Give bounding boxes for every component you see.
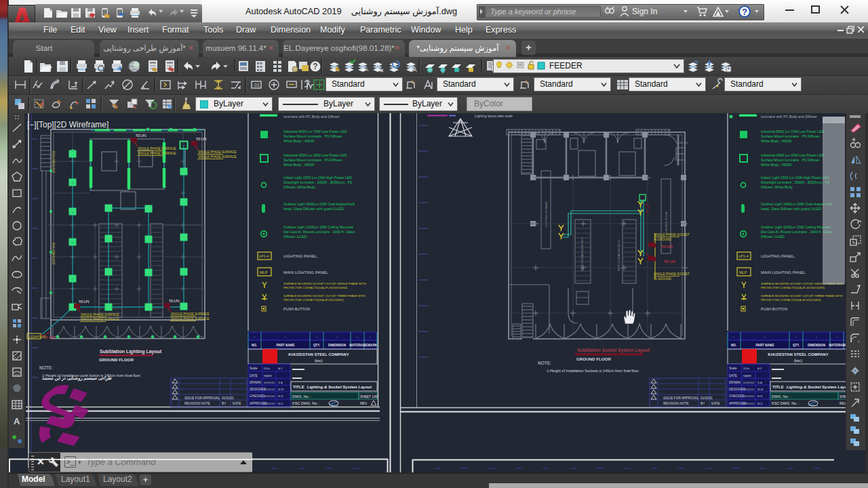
svg-text:A 3: A 3 [757, 367, 762, 370]
svg-text:KSC DWG. No. :: KSC DWG. No. : [772, 401, 800, 405]
svg-text:DISTRIBUTION: DISTRIBUTION [52, 243, 56, 264]
svg-text:Surface Mount luminaire . PS: Surface Mount luminaire . PS Diffuser . [761, 134, 822, 138]
svg-text:NOTE:: NOTE: [39, 365, 53, 370]
svg-text:DWG. No. :: DWG. No. : [292, 394, 312, 399]
svg-text:PART NAME: PART NAME [277, 344, 295, 347]
svg-text:Downlight luminaire ,.3000K ,: Downlight luminaire ,.3000K , Ø150mm , P… [761, 180, 830, 184]
svg-text:SINGLE PHASE SURFACE: SINGLE PHASE SURFACE [171, 312, 210, 316]
svg-text:White Body ; 4000K: White Body ; 4000K [761, 139, 792, 143]
svg-text:Indoor Light 1500 Lm 13W High: Indoor Light 1500 Lm 13W High Power LED [761, 176, 829, 180]
svg-text:A: A [14, 416, 20, 426]
svg-text:head, Glass Diffuser with guar: head, Glass Diffuser with guard 1xLED [283, 207, 344, 211]
svg-text:DATE: DATE [729, 374, 737, 378]
svg-text:LIGHTING PANEL,: LIGHTING PANEL, [761, 254, 795, 258]
svg-text:Die-Cast Al. Round Luminaire .: Die-Cast Al. Round Luminaire ..3000 K. G… [283, 230, 355, 234]
svg-text:R.N: R.N [757, 394, 762, 398]
svg-text:(ksc): (ksc) [794, 359, 802, 363]
svg-text:200x: 200x [264, 367, 271, 370]
svg-text:Industrial 4000 Lm 35W Low Pow: Industrial 4000 Lm 35W Low Power LED [283, 153, 347, 157]
svg-text:-: - [370, 335, 371, 339]
svg-text:01/01/01: 01/01/01 [264, 402, 275, 405]
svg-text:NO.: NO. [731, 344, 736, 347]
svg-text:LP1-4: LP1-4 [738, 254, 749, 258]
svg-text:-: - [816, 335, 817, 339]
svg-text:-: - [795, 335, 797, 339]
svg-text:REVISION NOTE: REVISION NOTE [663, 402, 689, 405]
svg-text:PROTECTIVE CONTACTS(25A,4P,415: PROTECTIVE CONTACTS(25A,4P,415V,50HZ) [761, 298, 821, 302]
svg-text:Outdoor Light 1900Lm 20W Oval: Outdoor Light 1900Lm 20W Oval shaped bul… [283, 202, 355, 206]
svg-text:Downlight luminaire ,.3000K ,: Downlight luminaire ,.3000K , Ø150mm , P… [283, 180, 353, 184]
svg-text:SURFACE MOUNTED SOCKET OUTLET: SURFACE MOUNTED SOCKET OUTLET SINGLE PHA… [283, 282, 366, 285]
svg-text:White Body ; 4500K: White Body ; 4500K [283, 163, 315, 167]
svg-text:LIGHTING PANEL,: LIGHTING PANEL, [283, 254, 318, 258]
svg-text:R.N: R.N [278, 394, 283, 398]
svg-text:DATE: DATE [250, 374, 258, 378]
svg-text:TO LP1: TO LP1 [79, 300, 90, 304]
svg-text:IN GROUND: IN GROUND [654, 277, 672, 281]
svg-text:-: - [336, 335, 338, 339]
svg-text:M.D: M.D [278, 402, 283, 405]
svg-text:-: - [316, 335, 317, 339]
svg-text:PUSH BUTTON: PUSH BUTTON [761, 307, 787, 311]
svg-text:DWG. No. :: DWG. No. : [772, 394, 791, 399]
svg-text:DRAWN: DRAWN [729, 381, 741, 384]
svg-text:DATE: DATE [233, 402, 241, 405]
svg-text:MLP: MLP [739, 270, 747, 274]
svg-text:Scale: Scale [250, 367, 258, 370]
svg-text:PART NAME: PART NAME [756, 344, 774, 347]
svg-text:REV.: REV. [360, 402, 368, 405]
svg-text:S.A: S.A [757, 381, 762, 384]
svg-text:TO LP4: TO LP4 [43, 336, 55, 340]
svg-text:CHECKED: CHECKED [250, 394, 265, 398]
svg-text:Outdoor Light 1200Lm 15W Ceili: Outdoor Light 1200Lm 15W Ceiling Mounted [761, 225, 831, 229]
svg-text:Diffuser 1xLED: Diffuser 1xLED [283, 235, 307, 239]
svg-text:KHUZESTAN STEEL COMPANY: KHUZESTAN STEEL COMPANY [288, 352, 349, 357]
svg-text:-: - [285, 335, 286, 339]
svg-text:NAME: NAME [264, 374, 272, 378]
svg-text:MLP: MLP [260, 270, 268, 274]
svg-text:SINGLE PHASE SOCKET: SINGLE PHASE SOCKET [654, 272, 690, 276]
svg-text:SINGLE PHASE SOCKET: SINGLE PHASE SOCKET [654, 233, 690, 237]
svg-text:SINGLE PHASE SURFACE: SINGLE PHASE SURFACE [198, 150, 237, 154]
svg-text:1-Height of Installation Socke: 1-Height of Installation Sockets is 140c… [547, 369, 639, 373]
svg-text:QTY.: QTY. [793, 344, 800, 347]
svg-text:Surface Mount luminaire . PS: Surface Mount luminaire . PS Diffuser . [761, 158, 822, 162]
svg-text:SHEET 1/M: SHEET 1/M [360, 395, 377, 399]
svg-text:DIMENSION: DIMENSION [328, 344, 347, 347]
svg-text:-: - [733, 335, 734, 339]
svg-text:head, Glass Diffuser with guar: head, Glass Diffuser with guard 1xLED [761, 207, 822, 211]
svg-text:[−][Top][2D Wireframe]: [−][Top][2D Wireframe] [27, 120, 108, 129]
svg-text:?: ? [313, 62, 317, 71]
svg-text:-: - [357, 335, 358, 339]
svg-text:SINGLE PHASE SURFACE: SINGLE PHASE SURFACE [171, 317, 210, 321]
svg-text:BY: BY [222, 402, 226, 405]
svg-text:TO LP1: TO LP1 [169, 300, 180, 303]
svg-text:PUSH BUTTON: PUSH BUTTON [283, 307, 310, 311]
svg-text:KSC DWG. No. :: KSC DWG. No. : [292, 401, 320, 405]
svg-text:-: - [836, 335, 837, 339]
svg-text:Diffuser. White Body: Diffuser. White Body [761, 185, 793, 189]
svg-text:TO LP4: TO LP4 [664, 260, 675, 264]
svg-text:Scale: Scale [729, 367, 737, 370]
svg-text:M.D: M.D [757, 402, 763, 405]
svg-text:01/01/01: 01/01/01 [743, 381, 755, 384]
svg-text:Outdoor Light 1900Lm 20W Oval: Outdoor Light 1900Lm 20W Oval shaped bul… [761, 202, 833, 206]
svg-text:-: - [254, 335, 255, 339]
svg-text:SURFACE MOUNTED SOCKET OUTLE: SURFACE MOUNTED SOCKET OUTLET THREE PHAS… [761, 294, 843, 298]
svg-text:01/01/01: 01/01/01 [743, 388, 755, 391]
svg-text:MAIN LIGHTING PANEL: MAIN LIGHTING PANEL [761, 270, 806, 274]
svg-text:SWITCHGEAR ROOM LV: SWITCHGEAR ROOM LV [617, 239, 620, 271]
svg-text:Indoor Light 1500 Lm 13W High: Indoor Light 1500 Lm 13W High Power LED [283, 176, 352, 180]
svg-text:IN GROUND: IN GROUND [654, 238, 672, 241]
svg-text:BY: BY [701, 402, 705, 405]
svg-text:GROUND FLOOR: GROUND FLOOR [99, 357, 134, 362]
svg-text:M.M: M.M [278, 388, 284, 391]
svg-text:DIMENSION: DIMENSION [808, 344, 826, 347]
svg-text:Diffuser. White Body: Diffuser. White Body [283, 185, 315, 189]
svg-text:01/01/01: 01/01/01 [743, 394, 755, 398]
svg-text:01/01/01: 01/01/01 [222, 396, 234, 400]
svg-text:Die-Cast Al. Round Luminaire .: Die-Cast Al. Round Luminaire ..3000 K. G… [761, 230, 833, 234]
svg-text:SURFACE MOUNTED SOCKET OUTLE: SURFACE MOUNTED SOCKET OUTLET THREE PHAS… [283, 294, 366, 298]
svg-text:S.A: S.A [278, 381, 283, 384]
svg-text:DATE: DATE [711, 402, 719, 405]
